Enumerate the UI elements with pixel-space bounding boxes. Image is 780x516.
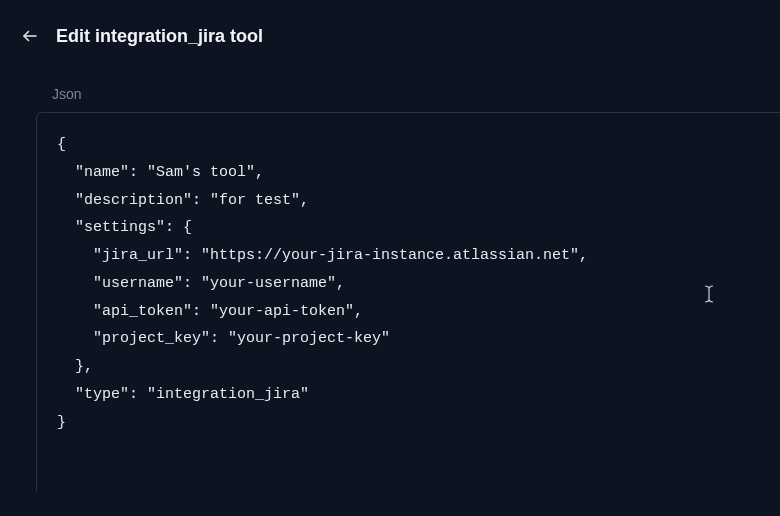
json-editor[interactable]: { "name": "Sam's tool", "description": "… bbox=[36, 112, 780, 492]
json-content: { "name": "Sam's tool", "description": "… bbox=[57, 136, 588, 431]
json-section-label: Json bbox=[0, 58, 780, 112]
page-title: Edit integration_jira tool bbox=[56, 26, 263, 47]
back-button[interactable] bbox=[18, 24, 42, 48]
text-cursor-icon bbox=[702, 285, 716, 303]
arrow-left-icon bbox=[21, 27, 39, 45]
page-header: Edit integration_jira tool bbox=[0, 0, 780, 58]
